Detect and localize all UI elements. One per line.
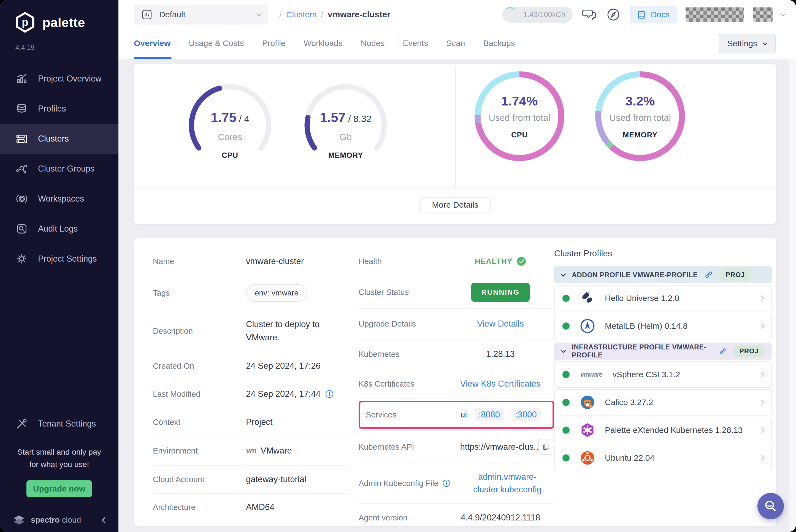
memory-gauge: 1.57 / 8.32 Gb MEMORY [302,81,390,224]
health-label: Health [359,257,447,266]
cpu-total: / 4 [239,113,249,124]
info-icon[interactable] [442,479,451,488]
profile-name: vSphere CSI 3.1.2 [612,370,680,379]
tab-overview[interactable]: Overview [134,29,170,59]
chevron-down-icon [256,11,261,16]
view-details-link[interactable]: View Details [477,319,524,329]
cpu-gauge: 1.75 / 4 Cores CPU [186,81,274,224]
docs-button[interactable]: Docs [630,6,677,23]
detail-row-architecture: Architecture AMD64 [153,493,349,521]
created-label: Created On [153,362,246,370]
detail-row-agent: Agent version 4.4.9/20240912.1118 [359,503,554,526]
breadcrumb-separator: / [321,10,323,20]
sidebar-item-label: Workspaces [38,194,84,204]
hello-universe-icon [580,290,595,306]
more-details-button[interactable]: More Details [420,197,490,212]
memory-gauge-label: MEMORY [302,151,390,160]
vmware-logo-text: vmware [580,371,602,378]
search-help-fab[interactable] [757,493,784,519]
created-value: 24 Sep 2024, 17:26 [246,361,321,371]
profile-row-hello-universe[interactable]: Hello Universe 1.2.0 [554,285,772,311]
usage-meter: 1.43/100kCh [502,6,573,23]
upgrade-now-button[interactable]: Upgrade now [26,480,92,497]
chevron-right-icon [759,400,764,405]
agent-version-label: Agent version [359,513,447,522]
detail-row-cluster-status: Cluster Status RUNNING [359,276,554,308]
name-value: vmware-cluster [246,256,304,266]
copy-button[interactable] [538,439,554,455]
chevron-down-icon [561,347,566,353]
settings-button[interactable]: Settings [719,34,776,53]
memory-total: / 8.32 [348,113,372,124]
sidebar-item-project-settings[interactable]: Project Settings [0,244,118,274]
sidebar-item-clusters[interactable]: Clusters [0,124,118,154]
tab-scan[interactable]: Scan [446,29,465,59]
sidebar-item-label: Audit Logs [38,224,78,233]
chevron-down-icon [762,40,767,45]
description-line1: Cluster to deploy to [246,318,320,331]
compass-icon[interactable] [606,7,621,22]
cpu-gauge-unit: Cores [186,132,274,142]
cluster-profiles-title: Cluster Profiles [554,249,772,259]
orbit-icon [15,192,28,205]
scrollbar-track[interactable] [790,59,796,532]
sidebar-item-project-overview[interactable]: Project Overview [0,63,118,94]
chat-icon[interactable] [582,7,597,22]
info-icon[interactable] [325,390,334,398]
tab-profile[interactable]: Profile [262,29,286,59]
breadcrumb-separator: / [279,10,282,20]
detail-row-health: Health HEALTHY [359,247,554,276]
sidebar-item-cluster-groups[interactable]: Cluster Groups [0,154,118,184]
tab-usage-costs[interactable]: Usage & Costs [189,29,244,59]
modified-value: 24 Sep 2024, 17:44 [246,389,321,399]
profile-name: Ubuntu 22.04 [605,453,655,462]
sidebar: p palette 4.4.19 Project Overview Profil… [0,0,118,532]
bar-chart-icon [15,72,28,85]
kubernetes-version: 1.28.13 [447,349,554,359]
service-port-8080-link[interactable]: :8080 [475,408,504,421]
user-name-redacted [685,7,744,22]
sidebar-item-audit-logs[interactable]: Audit Logs [0,214,118,244]
breadcrumb-clusters-link[interactable]: Clusters [286,10,317,19]
profile-row-metallb[interactable]: MetalLB (Helm) 0.14.8 [554,313,772,339]
sidebar-item-profiles[interactable]: Profiles [0,94,118,124]
infrastructure-profile-header-text: INFRASTRUCTURE PROFILE VMWARE-PROFILE [572,343,713,359]
project-selector[interactable]: Default [134,5,268,24]
sidebar-item-label: Clusters [38,134,69,144]
cpu-gauge-value: 1.75 / 4 [186,110,274,125]
context-value: Project [246,417,272,427]
topbar-right-group: 1.43/100kCh Docs [502,6,785,23]
sidebar-item-label: Project Settings [38,254,97,264]
tab-backups[interactable]: Backups [484,29,515,59]
usage-value: 1.43/100kCh [523,11,566,19]
environment-value: VMware [261,446,292,456]
user-menu-chevron-icon[interactable] [781,11,785,16]
spectro-cloud-logo-icon [13,515,25,526]
profile-row-ubuntu[interactable]: Ubuntu 22.04 [554,445,772,471]
view-k8s-certificates-link[interactable]: View K8s Certificates [460,379,541,389]
network-nodes-icon [15,163,28,175]
tab-nodes[interactable]: Nodes [361,29,385,59]
profile-row-vsphere-csi[interactable]: vmware vSphere CSI 3.1.2 [554,361,772,388]
cluster-profiles-panel: Cluster Profiles ADDON PROFILE VMWARE-PR… [554,238,772,526]
collapse-sidebar-icon[interactable] [102,517,108,523]
profile-row-calico[interactable]: Calico 3.27.2 [554,389,772,416]
link-icon[interactable] [704,270,713,279]
project-scope-icon [141,9,153,20]
tab-workloads[interactable]: Workloads [304,29,343,59]
check-circle-icon [516,256,526,266]
addon-profile-header[interactable]: ADDON PROFILE VMWARE-PROFILE PROJ [554,266,772,283]
tab-events[interactable]: Events [403,29,428,59]
profile-row-palette-k8s[interactable]: Palette eXtended Kubernetes 1.28.13 [554,417,772,443]
infrastructure-profile-header[interactable]: INFRASTRUCTURE PROFILE VMWARE-PROFILE PR… [554,343,772,360]
footer-brand-light: cloud [62,515,81,524]
service-port-3000-link[interactable]: :3000 [511,408,541,421]
card-divider [455,67,456,188]
kubeconfig-file-link[interactable]: admin.vmware- cluster.kubeconfig [473,471,542,496]
status-dot-green [563,294,570,302]
book-icon [637,10,646,19]
sidebar-item-workspaces[interactable]: Workspaces [0,184,118,214]
link-icon[interactable] [719,347,726,356]
sidebar-item-tenant-settings[interactable]: Tenant Settings [0,410,118,438]
service-name: ui [460,410,467,420]
